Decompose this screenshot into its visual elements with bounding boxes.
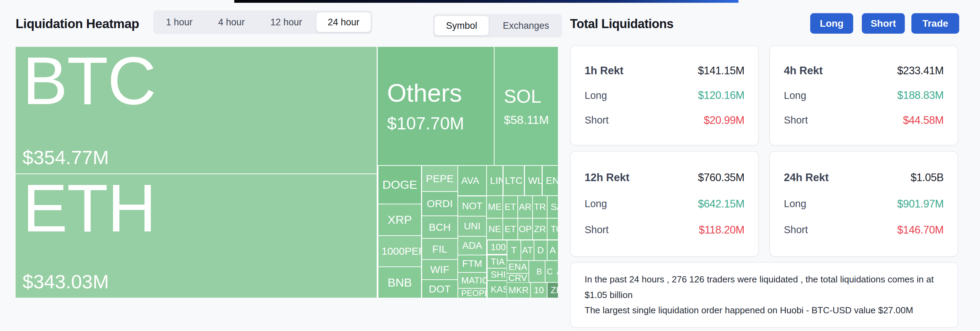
card-total-value: $760.35M (698, 171, 745, 184)
liquidation-treemap: BTC$354.77METH$343.03MOthers$107.70MSOL$… (16, 47, 558, 298)
treemap-cell-zk[interactable]: ZK (547, 283, 558, 298)
view-toggle-exchanges[interactable]: Exchanges (492, 16, 561, 35)
treemap-cell-doge[interactable]: DOGE (379, 166, 421, 204)
treemap-cell-1000pepe[interactable]: 1000PEPE (379, 236, 421, 267)
trade-button[interactable]: Trade (912, 13, 959, 34)
treemap-cell-eth[interactable]: ETH$343.03M (16, 174, 377, 298)
treemap-cell-symbol: ET (504, 224, 516, 235)
time-filter-1-hour[interactable]: 1 hour (154, 13, 204, 32)
treemap-cell-ltc[interactable]: LTC (504, 166, 524, 195)
time-filter-12-hour[interactable]: 12 hour (259, 13, 313, 32)
treemap-cell-value: $354.77M (22, 146, 109, 169)
treemap-cell-a[interactable]: A (554, 261, 558, 282)
treemap-cell-symbol: XRP (388, 213, 412, 227)
treemap-cell-bch[interactable]: BCH (422, 216, 457, 238)
treemap-cell-value: $107.70M (387, 114, 464, 134)
long-label: Long (784, 90, 807, 101)
treemap-cell-symbol: BNB (388, 276, 412, 289)
treemap-cell-symbol: ZR (534, 224, 546, 235)
long-label: Long (585, 90, 607, 101)
treemap-cell-shi[interactable]: SHI (488, 269, 507, 280)
treemap-cell-op[interactable]: OP (518, 219, 532, 240)
treemap-cell-d[interactable]: D (535, 240, 547, 260)
treemap-cell-t[interactable]: T (508, 240, 520, 260)
card-period-label: 4h Rekt (784, 64, 822, 77)
long-button[interactable]: Long (810, 13, 853, 34)
treemap-cell-xrp[interactable]: XRP (379, 205, 421, 235)
treemap-cell-others[interactable]: Others$107.70M (378, 47, 494, 165)
treemap-cell-value: $58.11M (504, 113, 549, 126)
treemap-cell-kas[interactable]: KAS (488, 281, 507, 298)
long-value: $901.97M (897, 198, 943, 210)
treemap-cell-wif[interactable]: WIF (422, 260, 457, 279)
treemap-cell-ada[interactable]: ADA (458, 237, 486, 255)
short-label: Short (585, 115, 609, 126)
treemap-cell-et[interactable]: ET (503, 196, 517, 218)
treemap-cell-symbol: AT (522, 245, 533, 256)
treemap-cell-bnb[interactable]: BNB (379, 267, 421, 298)
treemap-cell-zr[interactable]: ZR (533, 219, 547, 240)
treemap-cell-ena[interactable]: ENA (507, 261, 528, 273)
treemap-cell-a[interactable]: A (547, 240, 558, 260)
treemap-cell-uni[interactable]: UNI (458, 216, 486, 236)
treemap-cell-me[interactable]: ME (487, 196, 503, 218)
treemap-cell-crv[interactable]: CRV (507, 274, 528, 282)
treemap-cell-ordi[interactable]: ORDI (422, 192, 457, 216)
treemap-cell-to[interactable]: TO (547, 219, 558, 240)
treemap-cell-wl[interactable]: WL (525, 166, 542, 195)
treemap-cell-blank[interactable] (529, 261, 534, 282)
treemap-cell-at[interactable]: AT (521, 240, 534, 260)
treemap-cell-tr[interactable]: TR (533, 196, 547, 218)
treemap-cell-b[interactable]: B (534, 261, 545, 282)
treemap-cell-mkr[interactable]: MKR (507, 283, 530, 298)
treemap-cell-ar[interactable]: AR (518, 196, 532, 218)
treemap-cell-symbol: NOT (462, 201, 482, 212)
treemap-cell-symbol: MKR (509, 285, 529, 296)
summary-line-1: In the past 24 hours , 276 126 traders w… (585, 272, 943, 302)
treemap-cell-en[interactable]: EN (542, 166, 558, 195)
treemap-cell-dot[interactable]: DOT (422, 280, 457, 298)
treemap-cell-not[interactable]: NOT (458, 197, 486, 216)
treemap-cell-btc[interactable]: BTC$354.77M (16, 47, 377, 173)
treemap-cell-symbol: NE (488, 224, 501, 235)
short-value: $44.58M (903, 114, 943, 126)
time-filter-group: 1 hour 4 hour 12 hour 24 hour (153, 10, 372, 34)
treemap-cell-symbol: CRV (508, 274, 527, 282)
time-filter-24-hour[interactable]: 24 hour (317, 13, 371, 32)
short-button[interactable]: Short (862, 13, 905, 34)
treemap-cell-10[interactable]: 10 (531, 283, 547, 298)
rekt-card-4h: 4h Rekt $233.41M Long $188.83M Short $44… (769, 45, 958, 146)
treemap-cell-pepe[interactable]: PEPE (422, 166, 457, 191)
treemap-cell-tia[interactable]: TIA (488, 255, 507, 268)
short-value: $118.20M (698, 224, 745, 236)
treemap-cell-symbol: DOT (429, 283, 450, 295)
treemap-cell-symbol: A (557, 267, 558, 277)
treemap-cell-c[interactable]: C (546, 261, 554, 282)
view-toggle-symbol[interactable]: Symbol (434, 16, 488, 35)
rekt-card-24h: 24h Rekt $1.05B Long $901.97M Short $146… (769, 151, 958, 257)
long-label: Long (784, 198, 807, 209)
treemap-cell-symbol: MATIC (461, 275, 486, 286)
treemap-cell-fil[interactable]: FIL (422, 239, 457, 259)
treemap-cell-ne[interactable]: NE (487, 219, 503, 240)
treemap-cell-symbol: TR (534, 201, 546, 212)
treemap-cell-ava[interactable]: AVA (458, 166, 486, 195)
treemap-cell-lin[interactable]: LIN (487, 166, 503, 195)
treemap-cell-symbol: 1000PEPE (382, 245, 421, 257)
treemap-cell-symbol: ORDI (427, 198, 453, 209)
treemap-cell-symbol: FTM (462, 258, 482, 269)
treemap-cell-sol[interactable]: SOL$58.11M (495, 47, 558, 165)
treemap-cell-people[interactable]: PEOPLE (458, 289, 486, 298)
treemap-cell-et[interactable]: ET (503, 219, 517, 240)
treemap-cell-ftm[interactable]: FTM (458, 255, 486, 272)
time-filter-4-hour[interactable]: 4 hour (207, 13, 256, 32)
short-label: Short (784, 224, 808, 236)
treemap-cell-matic[interactable]: MATIC (458, 273, 486, 288)
treemap-cell-sa[interactable]: SA (547, 196, 558, 218)
treemap-cell-100[interactable]: 100 (488, 240, 507, 254)
treemap-cell-symbol: WL (528, 175, 542, 186)
treemap-cell-symbol: AR (519, 201, 531, 212)
page-title: Liquidation Heatmap (16, 17, 139, 31)
treemap-cell-symbol: SA (550, 201, 558, 212)
treemap-cell-symbol: ENA (508, 262, 527, 272)
